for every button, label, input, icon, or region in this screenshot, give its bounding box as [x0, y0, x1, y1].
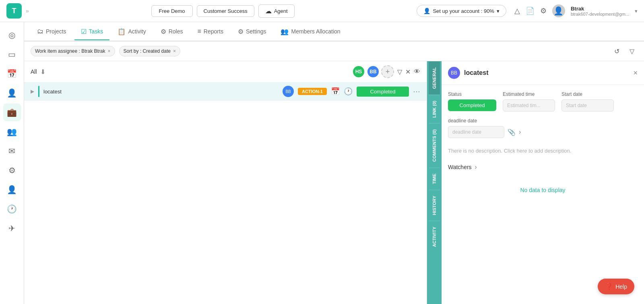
members-icon: 👥 — [281, 28, 289, 35]
panel-body: Status Completed Estimated time Estimate… — [442, 85, 644, 304]
tab-tasks[interactable]: ☑ Tasks — [74, 24, 110, 40]
avatar-bb[interactable]: BB — [367, 65, 380, 78]
panel-content: BB locatest × Status Completed Estimated… — [442, 61, 644, 304]
side-tab-time[interactable]: TIME — [429, 168, 440, 190]
sidebar-item-monitor[interactable]: ▭ — [3, 45, 21, 63]
user-info: Btrak btrak607-development@gm... — [571, 6, 629, 17]
sidebar-item-mail[interactable]: ✉ — [3, 142, 21, 160]
tab-members-allocation[interactable]: 👥 Members Allocation — [274, 24, 347, 40]
tab-settings[interactable]: ⚙ Settings — [231, 24, 273, 40]
sidebar-item-gear[interactable]: ⚙ — [3, 161, 21, 179]
expand-icon[interactable]: » — [26, 8, 29, 14]
tab-tasks-label: Tasks — [89, 28, 103, 35]
document-icon[interactable]: 📄 — [526, 6, 535, 15]
help-button[interactable]: ❓ Help — [598, 279, 634, 294]
sidebar-item-briefcase[interactable]: 💼 — [3, 103, 21, 121]
sidebar-item-circle[interactable]: ◎ — [3, 26, 21, 44]
right-panel: GENERAL LINK (0) COMMENTS (0) TIME HISTO… — [427, 61, 644, 304]
user-name: Btrak — [571, 6, 629, 12]
help-label: Help — [615, 283, 627, 290]
task-color-indicator — [38, 86, 39, 97]
add-avatar-button[interactable]: + — [381, 65, 394, 78]
status-button[interactable]: Completed — [448, 99, 496, 111]
side-tab-link[interactable]: LINK (0) — [429, 95, 440, 123]
filter-tasks-icon[interactable]: ▽ — [397, 68, 402, 76]
header-center: Free Demo Customer Success ☁ Agent — [151, 4, 295, 18]
agent-label: Agent — [274, 8, 288, 14]
side-tab-activity[interactable]: ACTIVITY — [429, 221, 440, 252]
estimated-time-field: Estimated time Estimated tim... — [503, 91, 555, 112]
tasks-icon: ☑ — [81, 28, 87, 35]
panel-title-icon: BB — [448, 67, 460, 79]
sort-filter-close[interactable]: × — [173, 48, 176, 54]
filter-button[interactable]: ▽ — [626, 45, 638, 57]
reports-icon: ≡ — [198, 28, 201, 35]
deadline-row: deadline date 📎 › — [448, 126, 638, 138]
avatar[interactable]: 👤 — [552, 4, 565, 17]
task-tag[interactable]: ACTION-1 — [298, 88, 327, 95]
side-tab-comments[interactable]: COMMENTS (0) — [429, 123, 440, 168]
task-name: locatest — [43, 89, 279, 95]
person-icon: 👤 — [423, 8, 430, 14]
settings-tab-icon: ⚙ — [238, 28, 244, 35]
estimated-time-label: Estimated time — [503, 91, 555, 97]
expand-row-icon[interactable]: ▶ — [31, 89, 34, 94]
tab-roles[interactable]: ⚙ Roles — [154, 24, 190, 40]
all-label: All ⬇ — [31, 68, 45, 76]
sidebar-item-person2[interactable]: 👤 — [3, 181, 21, 199]
task-calendar-icon: 📅 — [331, 87, 340, 96]
estimated-time-input[interactable]: Estimated tim... — [503, 99, 555, 112]
user-dropdown-icon[interactable]: ▾ — [635, 8, 638, 14]
sidebar: ◎ ▭ 📅 👤 💼 👥 ✉ ⚙ 👤 🕐 ✈ — [0, 22, 24, 304]
side-tab-history[interactable]: HISTORY — [429, 190, 440, 221]
sidebar-item-user[interactable]: 👤 — [3, 84, 21, 102]
deadline-chevron-icon[interactable]: › — [519, 128, 521, 136]
task-more-button[interactable]: ⋯ — [413, 87, 420, 96]
setup-button[interactable]: 👤 Set up your account : 90% ▾ — [417, 5, 506, 17]
assignee-filter-chip[interactable]: Work item assignee : Btrak Btrak × — [31, 46, 115, 56]
alert-icon[interactable]: △ — [514, 6, 520, 15]
start-date-input[interactable]: Start date — [561, 99, 614, 112]
settings-icon[interactable]: ⚙ — [540, 6, 547, 15]
avatar-group: HS BB + ▽ ✕ 👁 — [352, 65, 420, 78]
panel-close-button[interactable]: × — [633, 69, 638, 77]
close-filter-icon[interactable]: ✕ — [405, 68, 411, 76]
free-demo-button[interactable]: Free Demo — [151, 5, 193, 17]
watchers-chevron-icon[interactable]: › — [475, 163, 477, 171]
tab-projects[interactable]: 🗂 Projects — [31, 24, 73, 40]
main-content: 🗂 Projects ☑ Tasks 📋 Activity ⚙ Roles ≡ … — [24, 22, 644, 304]
help-icon: ❓ — [605, 283, 613, 290]
refresh-button[interactable]: ↺ — [611, 45, 622, 57]
avatar-hs[interactable]: HS — [352, 65, 365, 78]
assignee-filter-close[interactable]: × — [108, 48, 111, 54]
sidebar-item-clock[interactable]: 🕐 — [3, 200, 21, 218]
side-tab-general[interactable]: GENERAL — [429, 61, 440, 95]
tab-reports-label: Reports — [204, 28, 223, 35]
task-assignee-badge[interactable]: BB — [283, 86, 294, 97]
eye-icon[interactable]: 👁 — [414, 68, 420, 75]
header-icons: △ 📄 ⚙ 👤 Btrak btrak607-development@gm...… — [514, 4, 638, 17]
workspace-button[interactable]: Customer Success — [197, 5, 254, 17]
task-list-header: All ⬇ HS BB + ▽ ✕ 👁 — [24, 61, 427, 83]
content-area: All ⬇ HS BB + ▽ ✕ 👁 ▶ locatest BB ACTIO — [24, 61, 644, 304]
side-tabs: GENERAL LINK (0) COMMENTS (0) TIME HISTO… — [427, 61, 442, 304]
tab-reports[interactable]: ≡ Reports — [191, 24, 230, 40]
deadline-input[interactable]: deadline date — [448, 126, 504, 138]
sidebar-item-team[interactable]: 👥 — [3, 123, 21, 141]
watchers-row[interactable]: Watchers › — [448, 163, 638, 171]
agent-button[interactable]: ☁ Agent — [258, 4, 295, 18]
task-status[interactable]: Completed — [357, 87, 409, 97]
status-row: Status Completed Estimated time Estimate… — [448, 91, 638, 112]
tab-activity[interactable]: 📋 Activity — [111, 24, 152, 40]
sidebar-item-send[interactable]: ✈ — [3, 219, 21, 237]
sort-filter-chip[interactable]: Sort by : Created date × — [119, 46, 180, 56]
download-icon[interactable]: ⬇ — [40, 68, 45, 76]
app-logo[interactable]: T — [6, 3, 22, 19]
no-data-message: No data to display — [448, 171, 638, 209]
attachment-icon[interactable]: 📎 — [508, 128, 516, 136]
status-field: Status Completed — [448, 91, 496, 112]
chevron-down-icon: ▾ — [497, 8, 500, 14]
description-placeholder[interactable]: There is no description. Click here to a… — [448, 145, 638, 157]
table-row[interactable]: ▶ locatest BB ACTION-1 📅 🕐 Completed ⋯ — [24, 83, 427, 101]
sidebar-item-calendar[interactable]: 📅 — [3, 65, 21, 83]
